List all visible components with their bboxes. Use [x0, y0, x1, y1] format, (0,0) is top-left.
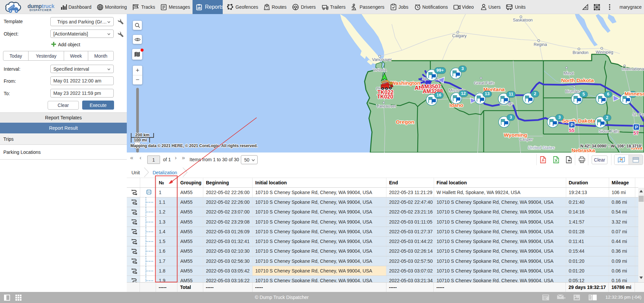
- svg-text:11: 11: [509, 92, 514, 97]
- svg-text:Oregon: Oregon: [396, 119, 414, 125]
- svg-text:55: 55: [569, 127, 575, 133]
- svg-text:P: P: [635, 125, 638, 130]
- svg-text:5: 5: [582, 92, 585, 97]
- svg-text:12: 12: [461, 91, 466, 96]
- svg-text:16: 16: [436, 93, 441, 98]
- svg-text:99+: 99+: [436, 68, 444, 73]
- svg-text:St. Paul: St. Paul: [632, 112, 644, 117]
- svg-text:2: 2: [534, 91, 536, 96]
- svg-text:3: 3: [558, 115, 560, 120]
- svg-text:United States: United States: [528, 145, 555, 150]
- svg-text:3: 3: [509, 115, 512, 120]
- svg-text:North Dakota: North Dakota: [561, 77, 594, 83]
- svg-text:Victoria: Victoria: [373, 68, 387, 72]
- svg-text:Sioux Falls: Sioux Falls: [599, 129, 619, 134]
- svg-text:Minnesota: Minnesota: [625, 91, 644, 97]
- svg-text:57: 57: [633, 130, 639, 136]
- svg-text:13: 13: [485, 91, 489, 96]
- svg-text:Wyoming: Wyoming: [504, 132, 527, 138]
- svg-text:P: P: [571, 122, 574, 127]
- svg-text:TK020: TK020: [377, 94, 393, 100]
- svg-text:Regina: Regina: [534, 42, 547, 47]
- svg-text:6: 6: [607, 92, 609, 97]
- svg-text:Minot: Minot: [564, 71, 574, 76]
- svg-text:International: International: [622, 67, 644, 71]
- svg-text:Vancouver: Vancouver: [372, 57, 392, 62]
- svg-text:2: 2: [606, 115, 608, 120]
- svg-text:Great Falls: Great Falls: [474, 81, 494, 85]
- svg-text:Saskatoon: Saskatoon: [513, 18, 533, 22]
- svg-text:South Dakota: South Dakota: [562, 118, 595, 124]
- svg-text:Calgary: Calgary: [452, 34, 467, 38]
- svg-text:Casper: Casper: [519, 137, 533, 142]
- svg-text:Brandon: Brandon: [573, 50, 588, 55]
- svg-text:Winnipeg: Winnipeg: [596, 50, 613, 55]
- svg-text:3: 3: [461, 66, 464, 71]
- svg-text:Vancouver: Vancouver: [376, 104, 396, 109]
